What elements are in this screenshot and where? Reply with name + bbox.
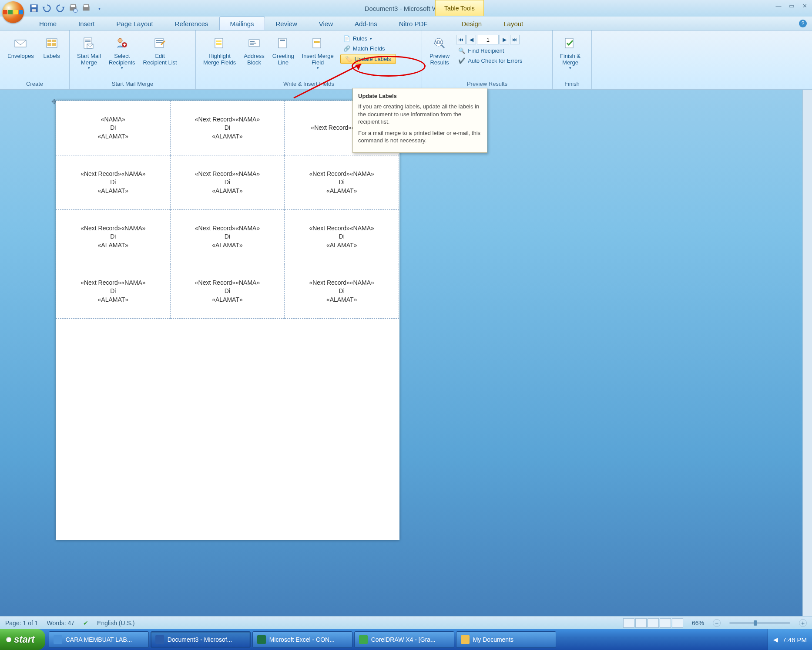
status-words[interactable]: Words: 47: [47, 620, 75, 626]
tab-review[interactable]: Review: [265, 17, 308, 30]
tab-view[interactable]: View: [308, 17, 344, 30]
tab-nitro-pdf[interactable]: Nitro PDF: [388, 17, 439, 30]
label-cell[interactable]: «Next Record»«NAMA» Di «ALAMAT»: [285, 264, 399, 319]
insert-merge-field-button[interactable]: Insert Merge Field ▾: [298, 32, 338, 72]
svg-rect-15: [85, 40, 91, 40]
rules-button[interactable]: 📄 Rules ▾: [340, 34, 396, 43]
label-cell[interactable]: «Next Record»«NAMA» Di «ALAMAT»: [170, 210, 285, 264]
tab-home[interactable]: Home: [28, 17, 67, 30]
svg-rect-16: [85, 41, 91, 42]
label-cell[interactable]: «Next Record»«NAMA» Di «ALAMAT»: [285, 155, 399, 210]
quick-print-icon[interactable]: [81, 3, 92, 14]
svg-rect-29: [250, 44, 254, 45]
tab-add-ins[interactable]: Add-Ins: [344, 17, 388, 30]
svg-rect-7: [84, 4, 89, 7]
label-cell[interactable]: «Next Record»«NAMA» Di «ALAMAT»: [170, 101, 285, 155]
select-recipients-label: Select Recipients: [109, 53, 135, 66]
document-page[interactable]: «NAMA» Di «ALAMAT» «Next Record»«NAMA» D…: [56, 101, 399, 540]
taskbar-item-cara[interactable]: CARA MEMBUAT LAB...: [49, 631, 149, 648]
edit-list-icon: [151, 34, 169, 52]
tab-layout[interactable]: Layout: [493, 17, 534, 30]
finish-merge-button[interactable]: Finish & Merge ▾: [556, 32, 584, 72]
minimize-button[interactable]: —: [775, 2, 782, 10]
group-create-label: Create: [0, 80, 69, 89]
print-preview-icon[interactable]: [67, 3, 79, 14]
close-button[interactable]: ✕: [801, 2, 809, 10]
tab-references[interactable]: References: [164, 17, 219, 30]
prev-record-button[interactable]: ◀: [466, 35, 476, 44]
taskbar-item-word[interactable]: Document3 - Microsof...: [151, 631, 251, 648]
taskbar-item-label: My Documents: [473, 636, 513, 643]
taskbar-item-mydocs[interactable]: My Documents: [456, 631, 556, 648]
tab-design[interactable]: Design: [451, 17, 493, 30]
vertical-scrollbar[interactable]: [802, 90, 812, 628]
tray-expand-icon[interactable]: ◀: [773, 636, 778, 643]
address-block-button[interactable]: Address Block: [240, 32, 268, 68]
view-draft-button[interactable]: [672, 618, 683, 628]
clock[interactable]: 7:46 PM: [782, 636, 807, 643]
system-tray[interactable]: ◀ 7:46 PM: [768, 629, 812, 650]
help-icon[interactable]: ?: [799, 20, 807, 27]
taskbar-item-excel[interactable]: Microsoft Excel - CON...: [252, 631, 352, 648]
quick-access-toolbar: ▾: [28, 3, 105, 14]
status-language[interactable]: English (U.S.): [97, 620, 134, 626]
update-labels-button[interactable]: 🏷️ Update Labels: [340, 54, 396, 64]
label-cell[interactable]: «Next Record»«NAMA» Di «ALAMAT»: [285, 210, 399, 264]
restore-button[interactable]: ▭: [788, 2, 795, 10]
zoom-out-button[interactable]: −: [713, 619, 721, 627]
preview-results-button[interactable]: ABC Preview Results: [426, 32, 453, 68]
view-buttons: [623, 618, 683, 628]
label-cell[interactable]: «Next Record»«NAMA» Di «ALAMAT»: [56, 210, 171, 264]
label-cell[interactable]: «Next Record»«NAMA» Di «ALAMAT»: [170, 155, 285, 210]
label-cell[interactable]: «Next Record»«NAMA» Di «ALAMAT»: [56, 155, 171, 210]
view-outline-button[interactable]: [660, 618, 671, 628]
label-cell[interactable]: «Next Record»«NAMA» Di «ALAMAT»: [170, 264, 285, 319]
start-mail-merge-button[interactable]: Start Mail Merge ▾: [73, 32, 105, 72]
word-icon: [155, 635, 164, 644]
start-button[interactable]: start: [0, 629, 45, 650]
next-record-button[interactable]: ▶: [500, 35, 509, 44]
insert-merge-field-label: Insert Merge Field: [302, 53, 334, 66]
tab-mailings[interactable]: Mailings: [219, 17, 265, 30]
status-bar: Page: 1 of 1 Words: 47 ✔ English (U.S.) …: [0, 616, 812, 629]
view-print-layout-button[interactable]: [623, 618, 634, 628]
first-record-button[interactable]: ⏮: [456, 35, 466, 44]
find-recipient-button[interactable]: 🔍 Find Recipient: [455, 46, 525, 55]
tab-page-layout[interactable]: Page Layout: [106, 17, 164, 30]
label-cell[interactable]: «Next Record»«NAMA» Di «ALAMAT»: [56, 264, 171, 319]
undo-icon[interactable]: [41, 3, 53, 14]
labels-button[interactable]: Labels: [38, 32, 66, 61]
tab-insert[interactable]: Insert: [67, 17, 106, 30]
taskbar-item-label: CorelDRAW X4 - [Gra...: [371, 636, 436, 643]
view-full-screen-button[interactable]: [635, 618, 647, 628]
envelopes-button[interactable]: Envelopes: [3, 32, 38, 61]
match-fields-button[interactable]: 🔗 Match Fields: [340, 44, 396, 53]
zoom-in-button[interactable]: +: [799, 619, 807, 627]
address-block-label: Address Block: [244, 53, 265, 66]
last-record-button[interactable]: ⏭: [510, 35, 520, 44]
record-number-input[interactable]: [477, 35, 499, 44]
save-icon[interactable]: [28, 3, 40, 14]
qat-more-icon[interactable]: ▾: [94, 3, 105, 14]
office-button[interactable]: [2, 1, 24, 23]
greeting-icon: [275, 34, 292, 52]
context-tab-table-tools: Table Tools: [435, 0, 484, 16]
proofing-icon[interactable]: ✔: [83, 620, 88, 626]
zoom-level[interactable]: 66%: [692, 620, 704, 626]
taskbar-item-corel[interactable]: CorelDRAW X4 - [Gra...: [354, 631, 454, 648]
auto-check-label: Auto Check for Errors: [468, 57, 522, 64]
select-recipients-button[interactable]: Select Recipients ▾: [105, 32, 139, 72]
auto-check-errors-button[interactable]: ✔️ Auto Check for Errors: [455, 56, 525, 65]
edit-recipient-list-button[interactable]: Edit Recipient List: [139, 32, 181, 68]
redo-icon[interactable]: [54, 3, 66, 14]
group-startmm-label: Start Mail Merge: [70, 80, 195, 89]
label-cell[interactable]: «NAMA» Di «ALAMAT»: [56, 101, 171, 155]
view-web-layout-button[interactable]: [648, 618, 659, 628]
status-page[interactable]: Page: 1 of 1: [5, 620, 38, 626]
ribbon: Envelopes Labels Create Start Mail Merge…: [0, 30, 812, 90]
highlight-merge-fields-button[interactable]: Highlight Merge Fields: [199, 32, 240, 68]
zoom-slider[interactable]: [729, 622, 790, 624]
highlight-merge-fields-label: Highlight Merge Fields: [203, 53, 236, 66]
greeting-line-button[interactable]: Greeting Line: [268, 32, 298, 68]
envelopes-label: Envelopes: [7, 53, 34, 59]
